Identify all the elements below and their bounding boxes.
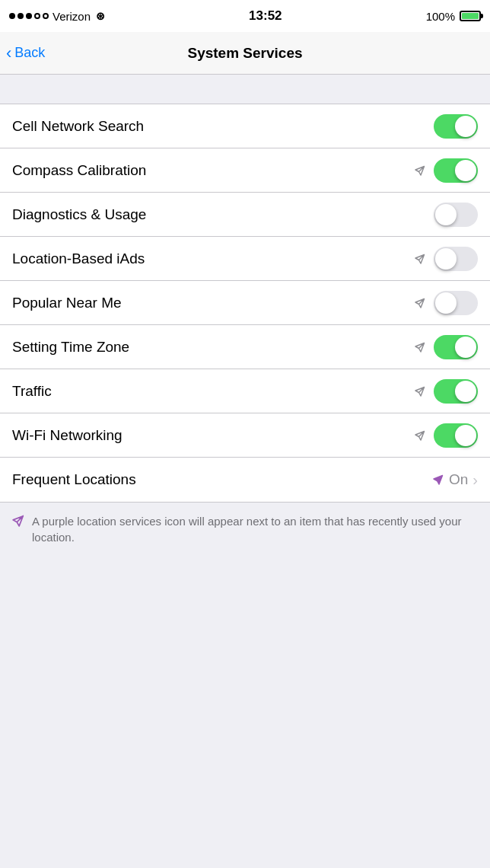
toggle-thumb <box>455 425 476 446</box>
footer-text: A purple location services icon will app… <box>32 513 478 545</box>
popular-near-me-right <box>414 291 478 315</box>
compass-calibration-right <box>414 158 478 183</box>
row-frequent-locations[interactable]: Frequent Locations On › <box>0 458 490 502</box>
row-diagnostics-usage[interactable]: Diagnostics & Usage <box>0 193 490 237</box>
compass-calibration-toggle[interactable] <box>434 158 478 183</box>
location-arrow-icon <box>414 385 426 397</box>
toggle-thumb <box>435 204 457 225</box>
row-location-based-iads[interactable]: Location-Based iAds <box>0 237 490 281</box>
back-button[interactable]: ‹ Back <box>6 45 45 62</box>
signal-dot-3 <box>26 13 32 19</box>
cell-network-search-right <box>434 114 478 139</box>
setting-time-zone-right <box>414 335 478 359</box>
toggle-thumb <box>435 292 457 314</box>
setting-time-zone-toggle[interactable] <box>434 335 478 359</box>
row-traffic[interactable]: Traffic <box>0 369 490 413</box>
nav-bar: ‹ Back System Services <box>0 32 490 75</box>
row-wifi-networking[interactable]: Wi-Fi Networking <box>0 413 490 458</box>
traffic-right <box>414 379 478 404</box>
footer-location-icon <box>12 515 24 530</box>
signal-dot-5 <box>43 13 49 19</box>
toggle-thumb <box>455 160 476 181</box>
signal-dots <box>9 13 49 19</box>
traffic-label: Traffic <box>12 383 414 400</box>
cell-network-search-toggle[interactable] <box>434 114 478 139</box>
popular-near-me-label: Popular Near Me <box>12 295 414 311</box>
location-arrow-purple-icon <box>432 474 444 486</box>
battery-icon <box>460 11 481 21</box>
signal-dot-2 <box>18 13 24 19</box>
frequent-locations-chevron-icon: › <box>473 471 478 489</box>
toggle-thumb <box>455 116 476 137</box>
popular-near-me-toggle[interactable] <box>434 291 478 315</box>
back-label: Back <box>14 45 45 61</box>
setting-time-zone-label: Setting Time Zone <box>12 339 414 356</box>
status-right: 100% <box>426 10 481 23</box>
location-arrow-icon <box>414 164 426 177</box>
frequent-locations-value: On <box>449 471 468 488</box>
back-chevron-icon: ‹ <box>6 45 11 62</box>
carrier-label: Verizon <box>52 10 91 23</box>
row-setting-time-zone[interactable]: Setting Time Zone <box>0 325 490 369</box>
compass-calibration-label: Compass Calibration <box>12 162 414 179</box>
row-cell-network-search[interactable]: Cell Network Search <box>0 104 490 148</box>
toggle-thumb <box>455 381 476 402</box>
location-arrow-icon <box>414 253 426 265</box>
signal-dot-4 <box>34 13 40 19</box>
frequent-locations-label: Frequent Locations <box>12 471 432 488</box>
frequent-locations-right: On › <box>432 471 478 489</box>
location-arrow-icon <box>414 341 426 353</box>
toggle-thumb <box>435 248 457 270</box>
page-title: System Services <box>187 45 302 62</box>
section-header <box>0 75 490 104</box>
location-arrow-icon <box>414 429 426 442</box>
wifi-networking-label: Wi-Fi Networking <box>12 427 414 444</box>
diagnostics-usage-toggle[interactable] <box>434 203 478 227</box>
footer-note: A purple location services icon will app… <box>0 502 490 560</box>
signal-dot-1 <box>9 13 15 19</box>
wifi-networking-right <box>414 423 478 448</box>
location-based-iads-label: Location-Based iAds <box>12 251 414 267</box>
wifi-icon: ⊛ <box>96 10 105 22</box>
wifi-networking-toggle[interactable] <box>434 423 478 448</box>
row-popular-near-me[interactable]: Popular Near Me <box>0 281 490 325</box>
toggle-thumb <box>455 337 476 358</box>
location-based-iads-toggle[interactable] <box>434 247 478 271</box>
status-bar: Verizon ⊛ 13:52 100% <box>0 0 490 32</box>
status-left: Verizon ⊛ <box>9 10 105 23</box>
settings-list: Cell Network Search Compass Calibration … <box>0 104 490 502</box>
location-based-iads-right <box>414 247 478 271</box>
battery-pct-label: 100% <box>426 10 455 23</box>
cell-network-search-label: Cell Network Search <box>12 118 434 135</box>
diagnostics-usage-label: Diagnostics & Usage <box>12 206 434 223</box>
status-time: 13:52 <box>249 8 282 24</box>
location-arrow-icon <box>414 297 426 309</box>
traffic-toggle[interactable] <box>434 379 478 404</box>
row-compass-calibration[interactable]: Compass Calibration <box>0 148 490 193</box>
diagnostics-usage-right <box>434 203 478 227</box>
